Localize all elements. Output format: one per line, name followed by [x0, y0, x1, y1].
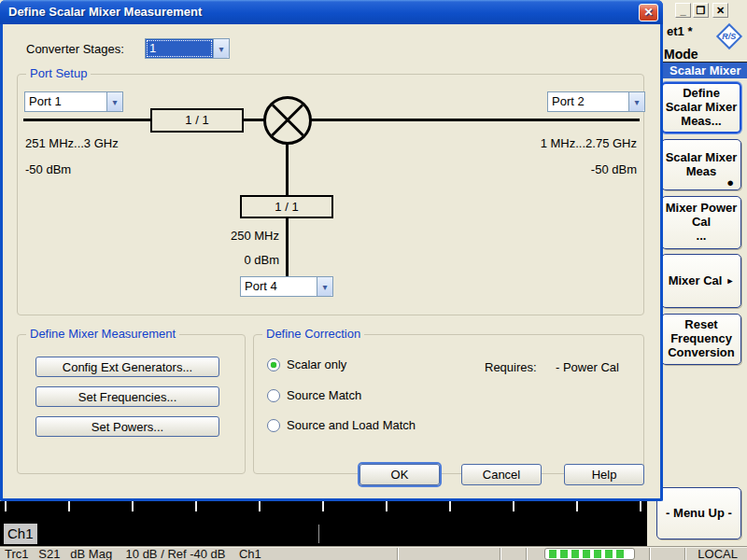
requires-value: - Power Cal — [556, 360, 619, 374]
progress-segment — [560, 550, 568, 558]
progress-indicator — [544, 548, 635, 560]
softkey-mixer-power-cal[interactable]: Mixer Power Cal ... — [661, 196, 741, 249]
minimize-icon[interactable]: _ — [675, 3, 691, 18]
softkey-define-scalar-mixer-meas[interactable]: Define Scalar Mixer Meas... — [661, 82, 741, 133]
softkey-menu-up[interactable]: - Menu Up - — [656, 487, 741, 539]
radio-label: Scalar only — [287, 357, 346, 371]
port2-select[interactable]: Port 2 ▾ — [547, 91, 645, 112]
port1-frequency-range: 251 MHz...3 GHz — [25, 136, 119, 150]
port4-select[interactable]: Port 4 ▾ — [240, 276, 333, 297]
progress-segment — [594, 550, 601, 558]
setup-name-label: et1 * — [667, 24, 692, 38]
port-setup-legend: Port Setup — [26, 66, 91, 80]
radio-scalar-only[interactable]: Scalar only — [267, 357, 346, 371]
mode-value-banner: Scalar Mixer — [660, 62, 747, 78]
cancel-button[interactable]: Cancel — [461, 464, 542, 485]
port2-frequency-range: 1 MHz...2.75 GHz — [541, 136, 637, 150]
radio-button-icon[interactable] — [267, 419, 280, 432]
softkey-scalar-mixer-meas[interactable]: Scalar Mixer Meas ● — [661, 139, 741, 190]
define-mixer-measurement-group: Define Mixer Measurement Config Ext Gene… — [17, 334, 246, 474]
define-correction-legend: Define Correction — [262, 327, 364, 341]
port1-power: -50 dBm — [25, 162, 71, 176]
radio-button-icon[interactable] — [267, 358, 280, 371]
config-ext-generators-button[interactable]: Config Ext Generators... — [35, 357, 219, 377]
port1-value: Port 1 — [25, 92, 106, 111]
active-measurement-dot-icon: ● — [726, 176, 734, 189]
softkey-mixer-cal[interactable]: Mixer Cal ► — [661, 254, 741, 308]
close-icon[interactable]: ✕ — [712, 3, 728, 18]
mode-heading: Mode — [664, 47, 698, 62]
dropdown-arrow-icon[interactable]: ▾ — [106, 92, 122, 111]
progress-segment — [549, 550, 557, 558]
define-scalar-mixer-dialog: Define Scalar Mixer Measurement ✕ Conver… — [0, 0, 663, 501]
help-button[interactable]: Help — [564, 464, 644, 485]
trace-area-bottom: Ch1 Mix Freq Base Freq Start 251 MHz e P… — [0, 501, 647, 546]
channel-badge: Ch1 — [4, 524, 37, 544]
local-remote-status: LOCAL — [698, 547, 738, 560]
define-correction-group: Define Correction Scalar only Source Mat… — [253, 334, 644, 474]
port-setup-group: Port Setup 1 / 1 Port 1 ▾ Port 2 ▾ 251 M… — [17, 74, 644, 315]
softkey-label: Scalar Mixer Meas — [662, 151, 740, 179]
trace-info-text: Trc1 S21 dB Mag 10 dB / Ref -40 dB Ch1 — [5, 547, 261, 560]
dropdown-arrow-icon[interactable]: ▾ — [317, 277, 332, 296]
lo-power: 0 dBm — [186, 253, 279, 267]
channel-info-divider — [318, 525, 319, 543]
softkey-ellipsis: ... — [697, 230, 707, 244]
port2-value: Port 2 — [548, 92, 628, 111]
port2-power: -50 dBm — [591, 162, 637, 176]
progress-segment — [583, 550, 590, 558]
radio-button-icon[interactable] — [267, 389, 280, 402]
dialog-title: Define Scalar Mixer Measurement — [8, 5, 202, 19]
radio-source-and-load-match[interactable]: Source and Load Match — [267, 418, 416, 432]
status-divider — [526, 548, 527, 560]
radio-label: Source Match — [287, 388, 361, 402]
progress-segment — [616, 550, 624, 558]
requires-label: Requires: — [485, 360, 537, 374]
channel-info-bar: Ch1 Mix Freq Base Freq Start 251 MHz e P… — [0, 524, 647, 544]
rf-attenuation-box: 1 / 1 — [150, 108, 244, 133]
softkey-label: Reset Frequency Conversion — [662, 318, 740, 360]
status-divider — [500, 548, 500, 560]
submenu-arrow-icon: ► — [726, 276, 734, 286]
mixer-symbol-icon — [263, 96, 312, 145]
dialog-close-icon[interactable]: ✕ — [639, 4, 658, 21]
converter-stages-label: Converter Stages: — [26, 42, 124, 56]
lo-attenuation-box: 1 / 1 — [240, 195, 333, 218]
sweep-axis-ticks — [0, 501, 647, 511]
progress-segment — [571, 550, 579, 558]
softkey-label: Define Scalar Mixer Meas... — [663, 87, 740, 129]
radio-source-match[interactable]: Source Match — [267, 388, 361, 402]
softkey-reset-frequency-conversion[interactable]: Reset Frequency Conversion — [661, 314, 741, 365]
status-divider — [649, 548, 650, 560]
status-divider — [397, 548, 398, 560]
set-powers-button[interactable]: Set Powers... — [35, 416, 219, 437]
progress-segment — [605, 550, 613, 558]
logo-glyph: R/S — [722, 32, 736, 41]
radio-label: Source and Load Match — [287, 418, 416, 432]
dialog-titlebar[interactable]: Define Scalar Mixer Measurement ✕ — [0, 0, 663, 24]
dropdown-arrow-icon[interactable]: ▾ — [628, 92, 644, 111]
rohde-schwarz-logo: R/S — [716, 23, 742, 49]
dropdown-arrow-icon[interactable]: ▾ — [213, 39, 229, 58]
port1-select[interactable]: Port 1 ▾ — [24, 91, 123, 112]
port4-value: Port 4 — [241, 277, 317, 296]
set-frequencies-button[interactable]: Set Frequencies... — [35, 386, 219, 407]
softkey-label: - Menu Up - — [666, 507, 732, 521]
ok-button[interactable]: OK — [359, 464, 440, 485]
define-mixer-measurement-legend: Define Mixer Measurement — [26, 327, 179, 341]
converter-stages-select[interactable]: 1 ▾ — [145, 38, 230, 59]
status-bar: Trc1 S21 dB Mag 10 dB / Ref -40 dB Ch1 L… — [0, 546, 747, 560]
converter-stages-value: 1 — [146, 39, 213, 58]
softkey-label: Mixer Power Cal — [662, 202, 740, 230]
softkey-label: Mixer Cal — [669, 274, 723, 288]
status-divider — [684, 548, 685, 560]
restore-icon[interactable]: ❐ — [693, 3, 709, 18]
rf-path-line — [23, 119, 640, 121]
lo-frequency: 250 MHz — [186, 229, 279, 243]
